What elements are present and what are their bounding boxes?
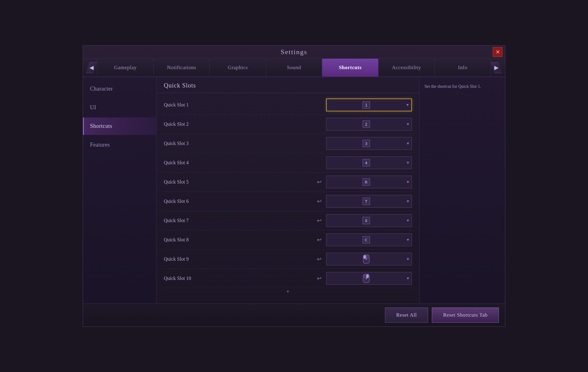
svg-rect-9 bbox=[366, 277, 367, 279]
dropdown-arrow-icon: ▼ bbox=[406, 257, 412, 262]
slot-label: Quick Slot 10 bbox=[164, 276, 315, 281]
table-row: Quick Slot 10 ↩ bbox=[161, 269, 414, 288]
slot-9-key bbox=[326, 255, 406, 264]
slot-9-dropdown[interactable]: ▼ bbox=[326, 253, 412, 266]
settings-window: Settings ✕ ◀ Gameplay Notifications Grap… bbox=[83, 45, 505, 327]
tabs-container: Gameplay Notifications Graphics Sound Sh… bbox=[97, 59, 491, 76]
slot-8-dropdown[interactable]: C ▼ bbox=[326, 233, 412, 246]
table-row: Quick Slot 3 3 ▼ bbox=[161, 134, 414, 153]
title-bar: Settings ✕ bbox=[83, 46, 505, 59]
tab-next-button[interactable]: ▶ bbox=[491, 62, 502, 73]
table-row: Quick Slot 1 1 ▼ bbox=[161, 95, 414, 115]
slot-8-key: C bbox=[326, 236, 406, 244]
slot-label: Quick Slot 2 bbox=[164, 121, 326, 127]
svg-rect-7 bbox=[364, 274, 366, 278]
dropdown-arrow-icon: ▼ bbox=[406, 199, 412, 204]
slot-5-key: R bbox=[326, 178, 406, 186]
main-content: Character UI Shortcuts Features Quick Sl… bbox=[83, 77, 505, 303]
slot-6-key: T bbox=[326, 198, 406, 205]
slot-label: Quick Slot 8 bbox=[164, 237, 315, 243]
reset-slot-10-icon[interactable]: ↩ bbox=[315, 274, 324, 283]
slot-3-dropdown[interactable]: 3 ▼ bbox=[326, 137, 412, 150]
slot-1-dropdown[interactable]: 1 ▼ bbox=[326, 99, 412, 111]
reset-slot-7-icon[interactable]: ↩ bbox=[315, 216, 324, 225]
reset-slot-5-icon[interactable]: ↩ bbox=[315, 177, 324, 187]
slot-label: Quick Slot 4 bbox=[164, 160, 326, 166]
table-row: Quick Slot 5 ↩ R ▼ bbox=[161, 173, 414, 192]
window-title: Settings bbox=[281, 48, 307, 56]
dropdown-arrow-icon: ▼ bbox=[406, 122, 412, 127]
slot-label: Quick Slot 1 bbox=[164, 102, 326, 108]
tab-sound[interactable]: Sound bbox=[266, 59, 322, 76]
reset-all-button[interactable]: Reset All bbox=[385, 307, 428, 323]
svg-rect-2 bbox=[364, 255, 366, 259]
tab-info[interactable]: Info bbox=[435, 59, 491, 76]
table-row: Quick Slot 2 2 ▼ bbox=[161, 115, 414, 134]
sidebar-item-features[interactable]: Features bbox=[83, 136, 156, 154]
slot-label: Quick Slot 3 bbox=[164, 141, 326, 146]
dropdown-arrow-icon: ▼ bbox=[406, 218, 412, 223]
slot-7-dropdown[interactable]: X ▼ bbox=[326, 214, 412, 227]
sidebar-item-shortcuts[interactable]: Shortcuts bbox=[83, 117, 156, 135]
dropdown-arrow-icon: ▼ bbox=[406, 103, 411, 107]
svg-rect-3 bbox=[366, 255, 369, 259]
reset-slot-8-icon[interactable]: ↩ bbox=[315, 235, 324, 244]
dropdown-arrow-icon: ▼ bbox=[406, 141, 412, 146]
reset-shortcuts-tab-button[interactable]: Reset Shortcuts Tab bbox=[432, 307, 499, 323]
info-text: Set the shortcut for Quick Slot 1. bbox=[424, 84, 481, 89]
table-row: Quick Slot 7 ↩ X ▼ bbox=[161, 211, 414, 230]
dropdown-arrow-icon: ▼ bbox=[406, 238, 412, 242]
info-panel: Set the shortcut for Quick Slot 1. bbox=[419, 77, 505, 303]
tab-shortcuts[interactable]: Shortcuts bbox=[322, 59, 379, 76]
tab-notifications[interactable]: Notifications bbox=[154, 59, 210, 76]
slot-10-dropdown[interactable]: ▼ bbox=[326, 272, 412, 285]
bottom-bar: Reset All Reset Shortcuts Tab bbox=[83, 303, 505, 326]
slot-10-key bbox=[326, 274, 406, 283]
slot-label: Quick Slot 7 bbox=[164, 218, 315, 223]
tab-gameplay[interactable]: Gameplay bbox=[97, 59, 154, 76]
dropdown-arrow-icon: ▼ bbox=[406, 276, 412, 281]
slot-label: Quick Slot 6 bbox=[164, 199, 315, 204]
content-panel: Quick Slots Quick Slot 1 1 ▼ Quick Slot … bbox=[156, 77, 419, 303]
reset-slot-9-icon[interactable]: ↩ bbox=[315, 255, 324, 264]
scroll-indicator: ▼ bbox=[161, 288, 414, 295]
sidebar: Character UI Shortcuts Features bbox=[83, 77, 156, 303]
tab-prev-button[interactable]: ◀ bbox=[86, 62, 97, 73]
slots-list: Quick Slot 1 1 ▼ Quick Slot 2 2 bbox=[156, 93, 419, 303]
svg-rect-8 bbox=[366, 274, 369, 278]
reset-slot-6-icon[interactable]: ↩ bbox=[315, 197, 324, 206]
tab-accessibility[interactable]: Accessibility bbox=[379, 59, 435, 76]
slot-label: Quick Slot 9 bbox=[164, 256, 315, 262]
slot-7-key: X bbox=[326, 217, 406, 224]
slot-5-dropdown[interactable]: R ▼ bbox=[326, 176, 412, 188]
slot-2-dropdown[interactable]: 2 ▼ bbox=[326, 118, 412, 131]
section-title: Quick Slots bbox=[156, 77, 419, 93]
table-row: Quick Slot 9 ↩ bbox=[161, 250, 414, 269]
slot-4-dropdown[interactable]: 4 ▼ bbox=[326, 156, 412, 169]
table-row: Quick Slot 8 ↩ C ▼ bbox=[161, 230, 414, 250]
dropdown-arrow-icon: ▼ bbox=[406, 161, 412, 165]
table-row: Quick Slot 6 ↩ T ▼ bbox=[161, 192, 414, 211]
slot-label: Quick Slot 5 bbox=[164, 179, 315, 185]
table-row: Quick Slot 4 4 ▼ bbox=[161, 153, 414, 173]
slot-2-key: 2 bbox=[326, 121, 406, 128]
slot-3-key: 3 bbox=[326, 140, 406, 147]
dropdown-arrow-icon: ▼ bbox=[406, 180, 412, 184]
sidebar-item-character[interactable]: Character bbox=[83, 80, 156, 98]
slot-6-dropdown[interactable]: T ▼ bbox=[326, 195, 412, 208]
sidebar-item-ui[interactable]: UI bbox=[83, 99, 156, 116]
slot-4-key: 4 bbox=[326, 159, 406, 166]
tab-bar: ◀ Gameplay Notifications Graphics Sound … bbox=[83, 59, 505, 77]
close-button[interactable]: ✕ bbox=[493, 47, 503, 57]
tab-graphics[interactable]: Graphics bbox=[210, 59, 266, 76]
svg-rect-4 bbox=[366, 258, 367, 260]
slot-1-key: 1 bbox=[327, 101, 406, 109]
